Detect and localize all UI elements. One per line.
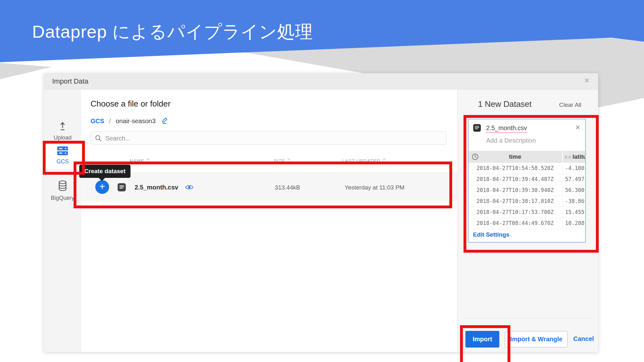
cancel-button[interactable]: Cancel <box>573 335 594 343</box>
clear-all-link[interactable]: Clear All <box>559 101 581 108</box>
browser-heading: Choose a file or folder <box>91 99 170 109</box>
search-box <box>91 131 447 145</box>
search-icon <box>95 134 102 142</box>
dialog-title: Import Data <box>52 77 88 85</box>
source-sidebar: Upload GCS <box>44 90 81 352</box>
breadcrumb: GCS / onair-season3 <box>91 116 169 126</box>
file-browser: Choose a file or folder GCS / onair-seas… <box>81 90 457 352</box>
sidebar-item-label: Upload <box>44 134 81 141</box>
edit-path-icon[interactable] <box>160 116 169 126</box>
close-icon[interactable]: × <box>584 76 589 85</box>
annotation-box-file-row <box>74 162 452 208</box>
annotation-box-import-button <box>460 325 510 362</box>
dialog-header: Import Data × <box>44 73 598 90</box>
import-and-wrangle-button[interactable]: Import & Wrangle <box>505 331 568 348</box>
bigquery-icon <box>57 180 68 193</box>
breadcrumb-current-folder: onair-season3 <box>116 118 156 124</box>
annotation-box-dataset-card <box>464 115 599 253</box>
breadcrumb-separator: / <box>109 118 111 124</box>
slide-title: Dataprep によるパイプライン処理 <box>32 20 313 44</box>
footer-divider <box>464 318 593 318</box>
panel-title: 1 New Dataset <box>478 99 532 109</box>
sidebar-item-upload[interactable]: Upload <box>44 117 81 141</box>
slide-canvas: Dataprep によるパイプライン処理 Import Data × Uploa… <box>0 0 644 362</box>
search-input[interactable] <box>105 133 436 144</box>
breadcrumb-root-link[interactable]: GCS <box>91 118 104 124</box>
upload-icon <box>58 121 67 133</box>
